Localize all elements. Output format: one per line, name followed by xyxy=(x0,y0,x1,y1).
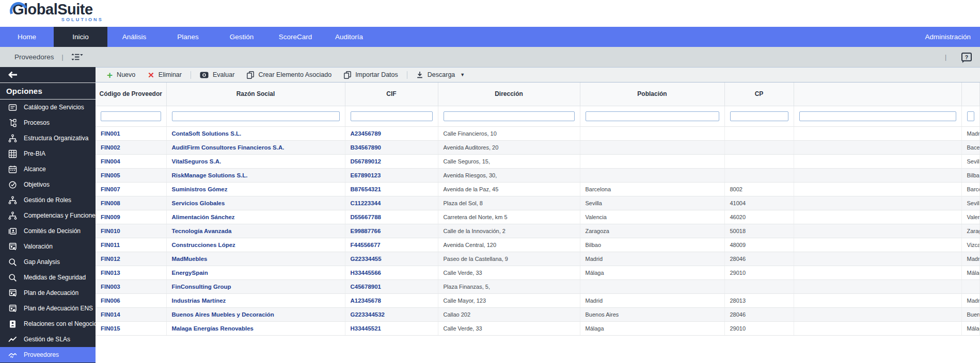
razon-social-cell[interactable]: RiskManage Solutions S.L. xyxy=(166,168,345,182)
codigo-cell[interactable]: FIN015 xyxy=(96,321,166,335)
cif-cell[interactable]: H33445521 xyxy=(345,321,438,335)
cif-cell[interactable]: C45678901 xyxy=(345,279,438,293)
sidebar-item-relaciones-con-el-negocio[interactable]: Relaciones con el Negocio xyxy=(0,316,96,332)
nuevo-button[interactable]: + Nuevo xyxy=(101,68,141,82)
nav-item-gestion[interactable]: Gestión xyxy=(215,27,268,47)
razon-social-cell[interactable]: Buenos Aires Muebles y Decoración xyxy=(166,307,345,321)
table-row-fin014[interactable]: FIN014Buenos Aires Muebles y DecoraciónG… xyxy=(96,307,980,321)
cif-cell[interactable]: B87654321 xyxy=(345,182,438,196)
razon-social-cell[interactable]: FinConsulting Group xyxy=(166,279,345,293)
sidebar-item-proveedores[interactable]: Proveedores xyxy=(0,347,96,362)
table-row-fin013[interactable]: FIN013EnergySpainH33445566Calle Verde, 3… xyxy=(96,266,980,279)
razon-social-cell[interactable]: Alimentación Sánchez xyxy=(166,210,345,224)
sidebar-item-estructura-organizativa[interactable]: Estructura Organizativa xyxy=(0,130,96,146)
column-header-codigo-de-proveedor[interactable]: Código de Proveedor xyxy=(96,82,166,106)
sidebar-item-catalogo-de-servicios[interactable]: Catálogo de Servicios xyxy=(0,100,96,115)
column-header-col7[interactable] xyxy=(961,82,980,106)
table-row-fin015[interactable]: FIN015Malaga Energías RenovablesH3344552… xyxy=(96,321,980,335)
nav-item-administracion[interactable]: Administración xyxy=(915,27,980,47)
column-header-col6[interactable] xyxy=(794,82,961,106)
cif-cell[interactable]: E99887766 xyxy=(345,224,438,238)
sidebar-item-pre-bia[interactable]: Pre-BIA xyxy=(0,146,96,161)
filter-input-cif[interactable] xyxy=(351,111,433,121)
cif-cell[interactable]: F44556677 xyxy=(345,238,438,252)
codigo-cell[interactable]: FIN006 xyxy=(96,293,166,307)
razon-social-cell[interactable]: EnergySpain xyxy=(166,266,345,279)
sidebar-item-competencias-y-funciones[interactable]: Competencias y Funciones xyxy=(0,208,96,223)
cif-cell[interactable]: G22334455 xyxy=(345,252,438,266)
nav-item-scorecard[interactable]: ScoreCard xyxy=(268,27,322,47)
nav-item-inicio[interactable]: Inicio xyxy=(54,27,107,47)
importar-datos-button[interactable]: Importar Datos xyxy=(338,68,404,82)
table-row-fin005[interactable]: FIN005RiskManage Solutions S.L.E67890123… xyxy=(96,168,980,182)
codigo-cell[interactable]: FIN008 xyxy=(96,196,166,210)
cif-cell[interactable]: A12345678 xyxy=(345,293,438,307)
razon-social-cell[interactable]: Malaga Energías Renovables xyxy=(166,321,345,335)
table-row-fin004[interactable]: FIN004VitalSeguros S.A.D56789012Calle Se… xyxy=(96,154,980,168)
filter-input-col6[interactable] xyxy=(799,111,956,121)
sidebar-item-gestion-de-roles[interactable]: Gestión de Roles xyxy=(0,192,96,208)
nav-item-home[interactable]: Home xyxy=(0,27,54,47)
sidebar-item-procesos[interactable]: Procesos xyxy=(0,115,96,130)
cif-cell[interactable]: G223344532 xyxy=(345,307,438,321)
sidebar-item-comites-de-decision[interactable]: Comités de Decisión xyxy=(0,223,96,239)
sidebar-item-medidas-de-seguridad[interactable]: Medidas de Seguridad xyxy=(0,270,96,285)
table-row-fin011[interactable]: FIN011Construcciones LópezF44556677Aveni… xyxy=(96,238,980,252)
filter-input-cp[interactable] xyxy=(730,111,788,121)
nav-item-planes[interactable]: Planes xyxy=(161,27,215,47)
table-row-fin001[interactable]: FIN001ContaSoft Solutions S.L.A23456789C… xyxy=(96,126,980,140)
column-header-cif[interactable]: CIF xyxy=(345,82,438,106)
codigo-cell[interactable]: FIN012 xyxy=(96,252,166,266)
sidebar-item-plan-de-adecuacion-ens[interactable]: Plan de Adecuación ENS xyxy=(0,301,96,316)
codigo-cell[interactable]: FIN003 xyxy=(96,279,166,293)
razon-social-cell[interactable]: MadMuebles xyxy=(166,252,345,266)
codigo-cell[interactable]: FIN007 xyxy=(96,182,166,196)
sidebar-item-valoracion[interactable]: Valoración xyxy=(0,239,96,254)
cif-cell[interactable]: A23456789 xyxy=(345,126,438,140)
help-button[interactable]: ? xyxy=(961,53,972,61)
codigo-cell[interactable]: FIN013 xyxy=(96,266,166,279)
table-row-fin012[interactable]: FIN012MadMueblesG22334455Paseo de la Cas… xyxy=(96,252,980,266)
codigo-cell[interactable]: FIN002 xyxy=(96,140,166,154)
column-header-cp[interactable]: CP xyxy=(724,82,794,106)
crear-elemento-asociado-button[interactable]: Crear Elemento Asociado xyxy=(241,68,338,82)
eliminar-button[interactable]: ✕ Eliminar xyxy=(141,68,188,82)
razon-social-cell[interactable]: ContaSoft Solutions S.L. xyxy=(166,126,345,140)
table-row-fin007[interactable]: FIN007Suministros GómezB87654321Avenida … xyxy=(96,182,980,196)
table-row-fin002[interactable]: FIN002AuditFirm Consultores Financieros … xyxy=(96,140,980,154)
sidebar-item-alcance[interactable]: Alcance xyxy=(0,161,96,177)
nav-item-auditoria[interactable]: Auditoría xyxy=(322,27,376,47)
codigo-cell[interactable]: FIN014 xyxy=(96,307,166,321)
table-row-fin009[interactable]: FIN009Alimentación SánchezD55667788Carre… xyxy=(96,210,980,224)
razon-social-cell[interactable]: AuditFirm Consultores Financieros S.A. xyxy=(166,140,345,154)
razon-social-cell[interactable]: Tecnología Avanzada xyxy=(166,224,345,238)
column-header-poblacion[interactable]: Población xyxy=(580,82,724,106)
nav-item-analisis[interactable]: Análisis xyxy=(107,27,161,47)
cif-cell[interactable]: E67890123 xyxy=(345,168,438,182)
codigo-cell[interactable]: FIN009 xyxy=(96,210,166,224)
brand-logo[interactable]: GlobalSuite SOLUTIONS xyxy=(12,2,103,22)
sidebar-item-gestion-de-slas[interactable]: Gestión de SLAs xyxy=(0,332,96,347)
sidebar-item-plan-de-adecuacion[interactable]: Plan de Adecuación xyxy=(0,285,96,301)
razon-social-cell[interactable]: Suministros Gómez xyxy=(166,182,345,196)
column-header-direccion[interactable]: Dirección xyxy=(438,82,580,106)
cif-cell[interactable]: B34567890 xyxy=(345,140,438,154)
view-list-dropdown-button[interactable] xyxy=(71,53,83,61)
evaluar-button[interactable]: Evaluar xyxy=(194,68,241,82)
filter-input-col7[interactable] xyxy=(967,111,975,121)
filter-input-direccion[interactable] xyxy=(444,111,575,121)
descarga-button[interactable]: Descarga ▼ xyxy=(410,68,471,82)
filter-input-codigo-de-proveedor[interactable] xyxy=(101,111,161,121)
razon-social-cell[interactable]: Construcciones López xyxy=(166,238,345,252)
table-row-fin003[interactable]: FIN003FinConsulting GroupC45678901Plaza … xyxy=(96,279,980,293)
table-row-fin008[interactable]: FIN008Servicios GlobalesC11223344Plaza d… xyxy=(96,196,980,210)
razon-social-cell[interactable]: VitalSeguros S.A. xyxy=(166,154,345,168)
codigo-cell[interactable]: FIN004 xyxy=(96,154,166,168)
sidebar-collapse-button[interactable] xyxy=(0,67,96,82)
razon-social-cell[interactable]: Industrias Martínez xyxy=(166,293,345,307)
filter-input-razon-social[interactable] xyxy=(172,111,340,121)
column-header-razon-social[interactable]: Razón Social xyxy=(166,82,345,106)
cif-cell[interactable]: D55667788 xyxy=(345,210,438,224)
codigo-cell[interactable]: FIN011 xyxy=(96,238,166,252)
table-row-fin006[interactable]: FIN006Industrias MartínezA12345678Calle … xyxy=(96,293,980,307)
